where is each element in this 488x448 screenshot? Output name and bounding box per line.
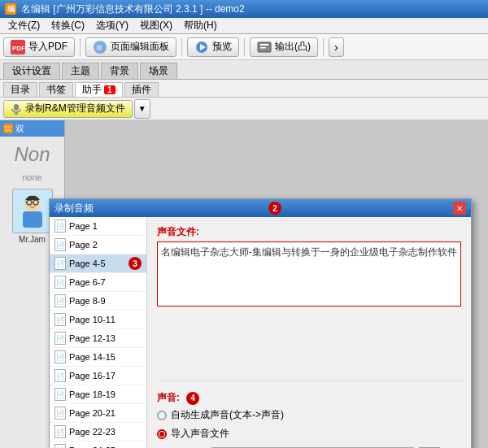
step1-badge: 1 (104, 85, 115, 94)
menu-convert[interactable]: 转换(C) (46, 18, 89, 33)
step2-badge: 2 (268, 202, 281, 215)
export-icon (257, 40, 272, 54)
menu-options[interactable]: 选项(Y) (91, 18, 133, 33)
dialog-title-bar: 录制音频 2 ✕ (50, 199, 471, 217)
voice-text-area[interactable] (157, 241, 461, 307)
toolbar: PDF 导入PDF ⚙ 页面编辑面板 预览 (0, 34, 488, 60)
page-icon-20-21: 📄 (54, 407, 66, 420)
sub-tab-bar: 目录 书签 助手 1 插件 (0, 80, 488, 98)
page-icon-12-13: 📄 (54, 332, 66, 345)
page-icon-22-23: 📄 (54, 425, 66, 438)
preview-icon (194, 40, 209, 54)
separator3 (244, 38, 245, 56)
page-item-4-5[interactable]: 📄 Page 4-5 3 (50, 254, 146, 273)
menu-bar: 文件(Z) 转换(C) 选项(Y) 视图(X) 帮助(H) (0, 18, 488, 34)
record-btn-bar: 录制R&M管理音频文件 ▼ (0, 98, 488, 120)
separator4 (323, 38, 324, 56)
page-list: 📄 Page 1 📄 Page 2 📄 Page 4-5 3 📄 Page 6-… (50, 217, 147, 448)
page-item-6-7[interactable]: 📄 Page 6-7 (50, 273, 146, 292)
page-icon-1: 📄 (54, 220, 66, 233)
radio-auto-dot (157, 411, 167, 420)
dialog-title: 录制音频 (54, 202, 94, 215)
svg-rect-8 (260, 47, 266, 49)
pdf-icon: PDF (11, 40, 25, 54)
export-button[interactable]: 输出(凸) (250, 37, 318, 57)
page-item-18-19[interactable]: 📄 Page 18-19 (50, 385, 146, 404)
avatar-label: Mr.Jam (19, 235, 46, 244)
microphone-icon (11, 103, 22, 115)
page-icon-8-9: 📄 (54, 294, 66, 307)
page-icon-16-17: 📄 (54, 369, 66, 382)
more-button[interactable]: › (329, 37, 344, 57)
svg-rect-9 (14, 104, 19, 111)
avatar (12, 189, 53, 233)
page-icon-10-11: 📄 (54, 313, 66, 326)
record-dropdown-arrow[interactable]: ▼ (134, 99, 150, 119)
panel-top: 双 双 (0, 120, 64, 137)
page-icon-2: 📄 (54, 238, 66, 251)
dialog-right: 声音文件: 名编辑电子杂志大师-集编辑与转换于一身的企业级电子杂志制作软件 声音… (147, 217, 471, 448)
page-item-24-25[interactable]: 📄 Page 24-25 (50, 441, 146, 448)
svg-rect-15 (23, 211, 42, 228)
separator2 (181, 38, 182, 56)
window-title: 名编辑 [广州万彩信息技术有限公司 2.3.1 ] -- demo2 (21, 2, 245, 16)
page-editor-icon: ⚙ (93, 40, 107, 54)
subtab-bookmark[interactable]: 书签 (39, 82, 73, 97)
dialog-close-button[interactable]: ✕ (453, 202, 466, 215)
record-audio-button[interactable]: 录制R&M管理音频文件 (3, 100, 133, 118)
page-item-14-15[interactable]: 📄 Page 14-15 (50, 348, 146, 367)
page-icon-6-7: 📄 (54, 276, 66, 289)
title-bar: 编 名编辑 [广州万彩信息技术有限公司 2.3.1 ] -- demo2 (0, 0, 488, 18)
page-item-2[interactable]: 📄 Page 2 (50, 236, 146, 254)
page-editor-button[interactable]: ⚙ 页面编辑面板 (85, 37, 176, 57)
panel-icon: 双 (3, 124, 13, 133)
page-icon-24-25: 📄 (54, 444, 66, 448)
page-item-16-17[interactable]: 📄 Page 16-17 (50, 367, 146, 385)
page-item-20-21[interactable]: 📄 Page 20-21 (50, 404, 146, 423)
import-pdf-button[interactable]: PDF 导入PDF (3, 37, 75, 57)
radio-auto[interactable]: 自动生成声音(文本->声音) (157, 408, 461, 422)
menu-help[interactable]: 帮助(H) (179, 18, 222, 33)
page-icon-4-5: 📄 (54, 257, 66, 270)
voice-file-label: 声音文件: (157, 225, 461, 239)
svg-text:PDF: PDF (12, 45, 25, 52)
radio-import-dot (157, 429, 167, 439)
step4-badge: 4 (186, 392, 199, 405)
sound-label: 声音: (157, 391, 180, 405)
app-icon: 编 (5, 3, 16, 15)
menu-view[interactable]: 视图(X) (135, 18, 177, 33)
section-divider (157, 381, 461, 381)
tab-bar: 设计设置 主题 背景 场景 (0, 60, 488, 80)
page-item-22-23[interactable]: 📄 Page 22-23 (50, 423, 146, 441)
svg-text:双: 双 (5, 125, 11, 133)
sound-section: 声音: 4 自动生成声音(文本->声音) 导入声音文件 (157, 391, 461, 448)
none-text: Non (0, 137, 64, 172)
page-item-8-9[interactable]: 📄 Page 8-9 (50, 292, 146, 311)
tab-scene[interactable]: 场景 (140, 63, 177, 79)
radio-group: 自动生成声音(文本->声音) 导入声音文件 (157, 405, 461, 444)
record-audio-dialog: 录制音频 2 ✕ 📄 Page 1 📄 Page 2 📄 Page 4-5 3 (49, 198, 472, 448)
subtab-plugin[interactable]: 插件 (124, 82, 159, 97)
voice-section: 声音文件: 名编辑电子杂志大师-集编辑与转换于一身的企业级电子杂志制作软件 (157, 225, 461, 371)
menu-file[interactable]: 文件(Z) (3, 18, 45, 33)
tab-background[interactable]: 背景 (101, 63, 138, 79)
radio-import[interactable]: 导入声音文件 (157, 427, 461, 441)
dialog-body: 📄 Page 1 📄 Page 2 📄 Page 4-5 3 📄 Page 6-… (50, 217, 471, 448)
subtab-catalog[interactable]: 目录 (3, 82, 37, 97)
svg-text:⚙: ⚙ (96, 44, 102, 52)
main-area: 双 双 Non none (0, 120, 488, 448)
none-label: none (0, 172, 64, 185)
page-item-12-13[interactable]: 📄 Page 12-13 (50, 329, 146, 348)
page-icon-18-19: 📄 (54, 388, 66, 401)
separator (80, 38, 81, 56)
preview-button[interactable]: 预览 (187, 37, 239, 57)
tab-theme[interactable]: 主题 (62, 63, 99, 79)
tab-design[interactable]: 设计设置 (3, 63, 60, 79)
step3-badge: 3 (129, 257, 142, 270)
page-item-1[interactable]: 📄 Page 1 (50, 217, 146, 236)
subtab-assistant[interactable]: 助手 1 (75, 82, 123, 97)
page-item-10-11[interactable]: 📄 Page 10-11 (50, 311, 146, 329)
svg-rect-7 (260, 44, 268, 46)
page-icon-14-15: 📄 (54, 350, 66, 363)
